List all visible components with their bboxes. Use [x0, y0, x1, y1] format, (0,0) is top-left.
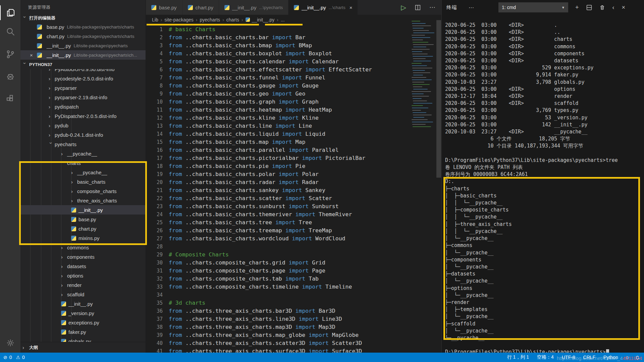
editor-tab--init-py[interactable]: __init__.py...\charts×	[288, 0, 358, 15]
extensions-icon[interactable]	[0, 90, 20, 105]
chevron-right-icon[interactable]: ›	[71, 188, 76, 194]
code-line[interactable]: 9from ..charts.basic_charts.geo import G…	[146, 90, 411, 98]
chevron-right-icon[interactable]: ›	[61, 263, 66, 269]
chevron-right-icon[interactable]: ›	[49, 123, 53, 128]
tree-folder-scaffold[interactable]: ›scaffold	[20, 290, 146, 299]
breadcrumb[interactable]: Lib›site-packages›pyecharts›charts›__ini…	[146, 15, 441, 24]
chevron-right-icon[interactable]: ›	[49, 113, 53, 119]
search-icon[interactable]	[0, 24, 20, 39]
tree-file--init-py[interactable]: __init__.py	[20, 299, 146, 308]
close-panel-button[interactable]: ×	[622, 4, 626, 10]
status-language[interactable]: Python	[599, 355, 622, 360]
tree-folder-composite-charts[interactable]: ›composite_charts	[20, 186, 146, 196]
tree-folder-charts[interactable]: ›charts	[20, 158, 146, 168]
kill-terminal-button[interactable]	[599, 5, 605, 10]
breadcrumb-item[interactable]: pyecharts	[200, 17, 220, 22]
chevron-right-icon[interactable]: ›	[71, 198, 76, 203]
code-line[interactable]: 36from ..charts.three_axis_charts.bar3D …	[146, 307, 411, 315]
code-line[interactable]: 15from ..charts.basic_charts.map import …	[146, 138, 411, 146]
tree-folder-pycodestyle-2-5-0-dist-info[interactable]: ›pycodestyle-2.5.0.dist-info	[20, 74, 146, 83]
code-line[interactable]: 41from ..charts.three_axis_charts.surfac…	[146, 347, 411, 353]
code-line[interactable]: 35# 3d charts	[146, 299, 411, 307]
code-line[interactable]: 30from ..charts.composite_charts.grid im…	[146, 259, 411, 267]
code-line[interactable]: 39from ..charts.three_axis_charts.map_gl…	[146, 331, 411, 339]
tree-file--version-py[interactable]: _version.py	[20, 308, 146, 318]
editor-scrollbar[interactable]	[436, 15, 441, 353]
run-file-button[interactable]: ▷	[401, 4, 406, 11]
chevron-right-icon[interactable]: ›	[49, 95, 53, 100]
more-actions-button[interactable]: ⋯	[429, 4, 435, 10]
status-cursor-position[interactable]: 行 1，列 1	[503, 354, 533, 360]
code-line[interactable]: 27from ..charts.basic_charts.wordcloud i…	[146, 235, 411, 243]
open-editor-item[interactable]: ×__init__.pyLib\site-packages\pyecharts\…	[20, 50, 146, 60]
tree-file-base-py[interactable]: base.py	[20, 215, 146, 224]
feedback-smiley-icon[interactable]: ☺	[622, 355, 632, 360]
code-line[interactable]: 8from ..charts.basic_charts.gauge import…	[146, 82, 411, 90]
code-line[interactable]: 24from ..charts.basic_charts.themeriver …	[146, 210, 411, 219]
tree-file-faker-py[interactable]: faker.py	[20, 327, 146, 337]
code-line[interactable]: 4from ..charts.basic_charts.boxplot impo…	[146, 50, 411, 58]
tree-folder-commons[interactable]: ›commons	[20, 243, 146, 252]
settings-gear-icon[interactable]	[0, 336, 20, 350]
terminal-selector-dropdown[interactable]: 1: cmd ▼	[498, 2, 568, 12]
explorer-icon[interactable]	[0, 5, 20, 20]
code-line[interactable]: 37from ..charts.three_axis_charts.line3D…	[146, 315, 411, 323]
chevron-down-icon[interactable]: ›	[61, 161, 66, 166]
split-terminal-button[interactable]	[586, 5, 592, 10]
code-line[interactable]: 5from ..charts.basic_charts.calendar imp…	[146, 58, 411, 66]
code-line[interactable]: 19from ..charts.basic_charts.polar impor…	[146, 170, 411, 178]
breadcrumb-item[interactable]: charts	[226, 17, 239, 22]
tree-file-exceptions-py[interactable]: exceptions.py	[20, 318, 146, 327]
code-line[interactable]: 11from ..charts.basic_charts.heatmap imp…	[146, 106, 411, 114]
chevron-right-icon[interactable]: ›	[61, 245, 66, 250]
open-editor-item[interactable]: base.pyLib\site-packages\pyecharts\chart…	[20, 22, 146, 32]
code-line[interactable]: 26from ..charts.basic_charts.treemap imp…	[146, 227, 411, 235]
code-line[interactable]: 6from ..charts.basic_charts.effectscatte…	[146, 66, 411, 74]
tree-folder-pyecharts[interactable]: ›pyecharts	[20, 139, 146, 149]
chevron-right-icon[interactable]: ›	[71, 179, 76, 185]
chevron-down-icon[interactable]: ›	[48, 142, 54, 147]
code-line[interactable]: 20from ..charts.basic_charts.radar impor…	[146, 178, 411, 186]
code-line[interactable]: 23from ..charts.basic_charts.sunburst im…	[146, 202, 411, 210]
tree-folder-pycparser[interactable]: ›pycparser	[20, 83, 146, 93]
code-line[interactable]: 40from ..charts.three_axis_charts.scatte…	[146, 339, 411, 347]
code-line[interactable]: 38from ..charts.three_axis_charts.map3D …	[146, 323, 411, 331]
code-line[interactable]: 14from ..charts.basic_charts.liquid impo…	[146, 130, 411, 138]
tree-folder-pydub[interactable]: ›pydub	[20, 121, 146, 130]
status-indentation[interactable]: 空格：4	[533, 354, 558, 360]
chevron-right-icon[interactable]: ›	[49, 132, 53, 138]
code-line[interactable]: 1# basic Charts	[146, 25, 411, 34]
code-line[interactable]: 18from ..charts.basic_charts.pie import …	[146, 162, 411, 170]
breadcrumb-item[interactable]: site-packages	[164, 17, 193, 22]
chevron-right-icon[interactable]: ›	[49, 76, 53, 81]
tree-file-globals-py[interactable]: globals.py	[20, 337, 146, 342]
code-area[interactable]: 1# basic Charts2from ..charts.basic_char…	[146, 24, 411, 353]
breadcrumb-item[interactable]: __init__.py	[252, 17, 275, 22]
editor-tab--init-py[interactable]: __init__.py...\pyecharts	[219, 0, 288, 15]
code-line[interactable]: 12from ..charts.basic_charts.kline impor…	[146, 114, 411, 122]
notifications-bell-icon[interactable]	[632, 355, 644, 360]
code-line[interactable]: 2from ..charts.basic_charts.bar import B…	[146, 34, 411, 42]
problems-status[interactable]: ⊘0 ⚠0	[0, 355, 28, 360]
outline-header[interactable]: › 大纲	[20, 342, 146, 353]
split-editor-button[interactable]	[415, 5, 421, 10]
chevron-right-icon[interactable]: ›	[61, 292, 66, 297]
code-line[interactable]: 13from ..charts.basic_charts.line import…	[146, 122, 411, 130]
chevron-right-icon[interactable]: ›	[49, 104, 53, 110]
chevron-right-icon[interactable]: ›	[49, 85, 53, 91]
chevron-right-icon[interactable]: ›	[71, 170, 76, 175]
open-editor-item[interactable]: __init__.pyLib\site-packages\pyecharts	[20, 41, 146, 50]
code-line[interactable]: 33from ..charts.composite_charts.timelin…	[146, 283, 411, 291]
tree-folder-components[interactable]: ›components	[20, 252, 146, 261]
tree-folder-three-axis-charts[interactable]: ›three_axis_charts	[20, 196, 146, 205]
code-line[interactable]: 17from ..charts.basic_charts.pictorialba…	[146, 154, 411, 162]
code-line[interactable]: 29# Composite Charts	[146, 251, 411, 259]
editor-tab-base-py[interactable]: base.py	[146, 0, 182, 15]
tree-folder--pycache-[interactable]: ›__pycache__	[20, 149, 146, 158]
close-icon[interactable]: ×	[30, 52, 35, 58]
breadcrumb-item[interactable]: Lib	[152, 17, 158, 22]
chevron-right-icon[interactable]: ›	[61, 151, 66, 157]
scrollbar-slider[interactable]	[436, 20, 441, 178]
tree-folder-datasets[interactable]: ›datasets	[20, 261, 146, 271]
status-eol[interactable]: CRLF	[579, 355, 600, 360]
